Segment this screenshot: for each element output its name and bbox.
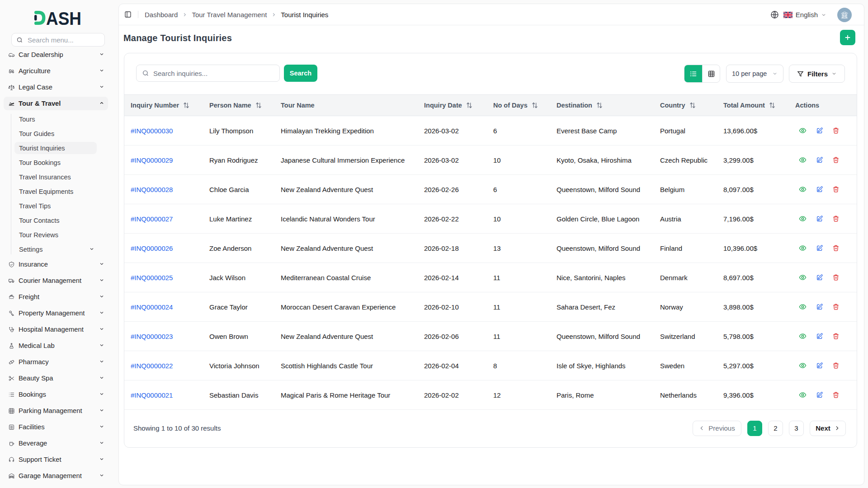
svg-text:ASH: ASH bbox=[46, 11, 81, 25]
